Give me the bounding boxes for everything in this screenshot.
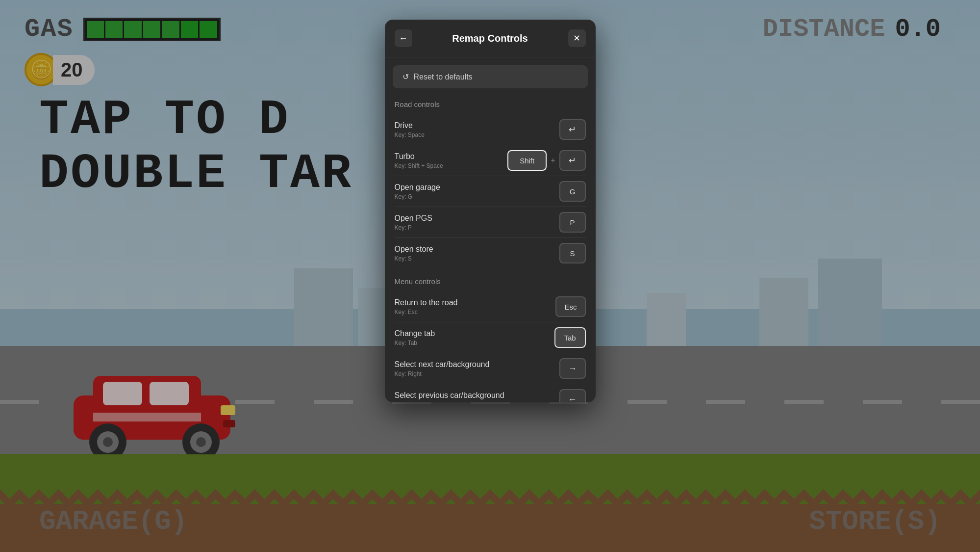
prev-car-control-info: Select previous car/background Key: Left <box>395 391 504 403</box>
garage-control-name: Open garage <box>395 183 440 192</box>
reset-defaults-button[interactable]: ↺ Reset to defaults <box>393 65 588 88</box>
menu-controls-header: Menu controls <box>385 273 596 291</box>
store-control-name: Open store <box>395 245 433 254</box>
modal-title: Remap Controls <box>452 33 528 44</box>
drive-control-row: Drive Key: Space ↵ <box>385 114 596 145</box>
store-key-button[interactable]: S <box>559 243 586 263</box>
drive-control-key: Key: Space <box>395 131 425 138</box>
reset-icon: ↺ <box>402 72 409 81</box>
return-road-control-info: Return to the road Key: Esc <box>395 298 458 315</box>
drive-key-symbol: ↵ <box>569 124 576 135</box>
turbo-space-button[interactable]: ↵ <box>559 150 586 171</box>
next-car-control-key: Key: Right <box>395 370 490 377</box>
turbo-shift-button[interactable]: Shift <box>507 150 547 171</box>
esc-key-button[interactable]: Esc <box>555 296 585 317</box>
tab-key-label: Tab <box>564 334 576 342</box>
modal-overlay: ← Remap Controls ✕ ↺ Reset to defaults R… <box>0 0 980 552</box>
garage-key-label: G <box>570 187 576 196</box>
store-control-key: Key: S <box>395 255 433 262</box>
pgs-key-button[interactable]: P <box>559 212 586 233</box>
game-background: GAS 🪙 20 DISTANCE 0.0 TAP TO D DOUBLE TA… <box>0 0 980 552</box>
garage-control-row: Open garage Key: G G <box>385 176 596 207</box>
change-tab-control-info: Change tab Key: Tab <box>395 329 435 346</box>
left-arrow-icon: ← <box>568 394 577 403</box>
right-arrow-icon: → <box>568 364 577 374</box>
prev-car-control-row: Select previous car/background Key: Left… <box>385 384 596 402</box>
store-control-row: Open store Key: S S <box>385 238 596 268</box>
return-road-control-key: Key: Esc <box>395 309 458 315</box>
remap-controls-modal: ← Remap Controls ✕ ↺ Reset to defaults R… <box>385 20 596 402</box>
prev-car-control-key: Key: Left <box>395 401 504 403</box>
back-icon: ← <box>399 33 408 44</box>
turbo-control-info: Turbo Key: Shift + Space <box>395 152 443 169</box>
store-key-label: S <box>570 249 575 258</box>
garage-key-button[interactable]: G <box>559 181 586 202</box>
change-tab-control-name: Change tab <box>395 329 435 338</box>
pgs-control-key: Key: P <box>395 224 432 231</box>
back-button[interactable]: ← <box>395 29 412 47</box>
close-button[interactable]: ✕ <box>568 29 586 47</box>
esc-key-label: Esc <box>564 303 577 311</box>
next-car-key-button[interactable]: → <box>559 358 586 379</box>
garage-control-info: Open garage Key: G <box>395 183 440 200</box>
plus-symbol: + <box>551 156 555 165</box>
drive-control-name: Drive <box>395 121 425 130</box>
return-road-control-name: Return to the road <box>395 298 458 307</box>
change-tab-control-row: Change tab Key: Tab Tab <box>385 322 596 353</box>
drive-key-button[interactable]: ↵ <box>559 119 586 140</box>
prev-car-control-name: Select previous car/background <box>395 391 504 400</box>
modal-header: ← Remap Controls ✕ <box>385 20 596 57</box>
next-car-control-row: Select next car/background Key: Right → <box>385 353 596 384</box>
turbo-control-row: Turbo Key: Shift + Space Shift + ↵ <box>385 145 596 176</box>
return-road-control-row: Return to the road Key: Esc Esc <box>385 291 596 322</box>
turbo-combo: Shift + ↵ <box>507 150 585 171</box>
store-control-info: Open store Key: S <box>395 245 433 262</box>
road-controls-header: Road controls <box>385 96 596 114</box>
pgs-control-info: Open PGS Key: P <box>395 214 432 231</box>
change-tab-control-key: Key: Tab <box>395 340 435 346</box>
pgs-key-label: P <box>570 218 575 227</box>
pgs-control-row: Open PGS Key: P P <box>385 207 596 237</box>
prev-car-key-button[interactable]: ← <box>559 389 586 402</box>
reset-label: Reset to defaults <box>414 73 473 81</box>
close-icon: ✕ <box>573 33 580 44</box>
pgs-control-name: Open PGS <box>395 214 432 223</box>
next-car-control-name: Select next car/background <box>395 360 490 369</box>
next-car-control-info: Select next car/background Key: Right <box>395 360 490 377</box>
turbo-shift-label: Shift <box>520 157 534 165</box>
drive-control-info: Drive Key: Space <box>395 121 425 138</box>
turbo-space-symbol: ↵ <box>569 155 576 166</box>
turbo-control-key: Key: Shift + Space <box>395 162 443 169</box>
turbo-control-name: Turbo <box>395 152 443 161</box>
tab-key-button[interactable]: Tab <box>554 327 586 348</box>
garage-control-key: Key: G <box>395 193 440 200</box>
